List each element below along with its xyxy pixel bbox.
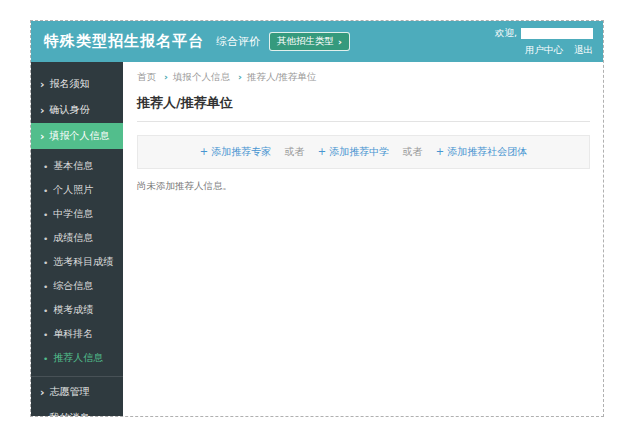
sidebar-item-label: 个人照片 (53, 183, 93, 197)
item-marker-icon (40, 78, 45, 91)
item-marker-icon (43, 185, 48, 196)
sidebar-item-label: 填报个人信息 (50, 129, 110, 143)
other-admission-types-label: 其他招生类型 (277, 35, 334, 48)
page-title: 推荐人/推荐单位 (137, 94, 590, 122)
breadcrumb-item[interactable]: 推荐人/推荐单位 (233, 71, 317, 82)
sidebar-item[interactable]: 综合信息 (31, 274, 123, 298)
breadcrumb-item[interactable]: 填报个人信息 (159, 71, 230, 82)
item-marker-icon (43, 161, 48, 172)
item-marker-icon (43, 257, 48, 268)
item-marker-icon (43, 233, 48, 244)
user-center-link[interactable]: 用户中心 (525, 44, 563, 55)
sidebar-item-label: 中学信息 (53, 207, 93, 221)
sidebar-item-label: 报名须知 (50, 77, 90, 91)
sidebar-item-label: 确认身份 (50, 103, 90, 117)
header: 特殊类型招生报名平台 综合评价 其他招生类型 欢迎, 用户中心 退出 (31, 21, 603, 62)
sidebar-item-label: 推荐人信息 (53, 351, 103, 365)
item-marker-icon (43, 353, 48, 364)
other-admission-types-button[interactable]: 其他招生类型 (269, 32, 350, 51)
empty-state-message: 尚未添加推荐人信息。 (137, 180, 590, 193)
sidebar-item[interactable]: 成绩信息 (31, 226, 123, 250)
sidebar-item-label: 综合信息 (53, 279, 93, 293)
sidebar-item[interactable]: 志愿管理 (31, 376, 123, 405)
item-marker-icon (40, 386, 45, 399)
item-marker-icon (40, 412, 45, 418)
add-actions-box: + 添加推荐专家 或者 + 添加推荐中学 或者 + 添加推荐社会团体 (137, 135, 590, 169)
sidebar-item[interactable]: 模考成绩 (31, 298, 123, 322)
sidebar-item-label: 志愿管理 (50, 385, 90, 399)
sidebar-item[interactable]: 我的消息 (31, 405, 123, 417)
item-marker-icon (40, 130, 45, 143)
sidebar-item[interactable]: 选考科目成绩 (31, 250, 123, 274)
unread-badge-icon (95, 416, 100, 418)
sidebar-item-label: 成绩信息 (53, 231, 93, 245)
welcome-label: 欢迎, (495, 26, 517, 40)
sidebar-item[interactable]: 填报个人信息 (31, 123, 123, 149)
logout-link[interactable]: 退出 (574, 44, 593, 55)
item-marker-icon (43, 209, 48, 220)
item-marker-icon (43, 305, 48, 316)
add-recommender-action[interactable]: + 添加推荐中学 (318, 146, 390, 157)
mode-label: 综合评价 (216, 34, 260, 49)
header-user-area: 欢迎, 用户中心 退出 (495, 26, 593, 57)
username-redacted (521, 28, 593, 39)
add-recommender-action: 或者 (402, 146, 422, 157)
sidebar-item[interactable]: 报名须知 (31, 71, 123, 97)
sidebar-item-label: 基本信息 (53, 159, 93, 173)
add-recommender-action[interactable]: + 添加推荐专家 (200, 146, 272, 157)
sidebar-item-label: 选考科目成绩 (53, 255, 113, 269)
sidebar-item[interactable]: 推荐人信息 (31, 346, 123, 370)
page-body: 报名须知 确认身份 填报个人信息 基本信息 (31, 62, 603, 417)
sidebar-item-label: 单科排名 (53, 327, 93, 341)
breadcrumb: 首页 填报个人信息 推荐人/推荐单位 (137, 71, 590, 84)
add-recommender-action[interactable]: + 添加推荐社会团体 (436, 146, 528, 157)
item-marker-icon (43, 281, 48, 292)
sidebar-item[interactable]: 单科排名 (31, 322, 123, 346)
sidebar-item-label: 模考成绩 (53, 303, 93, 317)
breadcrumb-item[interactable]: 首页 (137, 71, 156, 82)
app-window: 特殊类型招生报名平台 综合评价 其他招生类型 欢迎, 用户中心 退出 报名须知 (30, 20, 604, 417)
item-marker-icon (43, 329, 48, 340)
platform-title: 特殊类型招生报名平台 (44, 32, 204, 51)
sidebar-item[interactable]: 中学信息 (31, 202, 123, 226)
item-marker-icon (40, 104, 45, 117)
main-content: 首页 填报个人信息 推荐人/推荐单位 推荐人/推荐单位 + 添加推荐专家 或者 … (123, 62, 603, 417)
sidebar: 报名须知 确认身份 填报个人信息 基本信息 (31, 62, 123, 417)
sidebar-item[interactable]: 确认身份 (31, 97, 123, 123)
sidebar-item-label: 我的消息 (50, 411, 90, 417)
sidebar-item[interactable]: 个人照片 (31, 178, 123, 202)
chevron-right-icon (334, 36, 342, 47)
sidebar-item[interactable]: 基本信息 (31, 154, 123, 178)
add-recommender-action: 或者 (285, 146, 305, 157)
